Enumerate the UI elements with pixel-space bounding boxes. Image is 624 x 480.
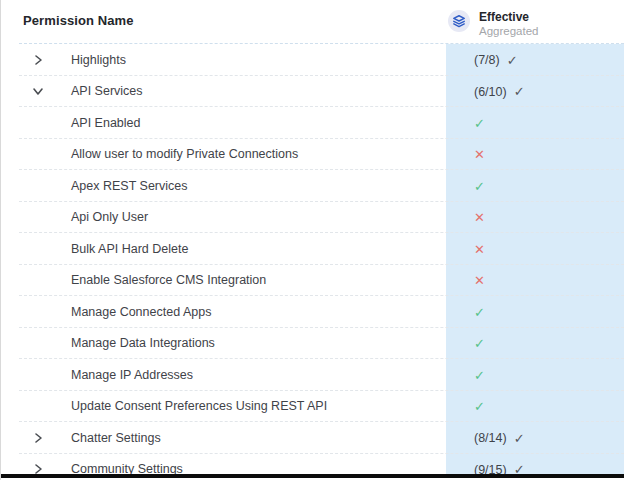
effective-column-subtitle: Aggregated	[479, 23, 538, 38]
effective-count: (7/8)	[474, 53, 500, 67]
permission-row: Bulk API Hard Delete✕	[1, 233, 624, 265]
permission-label: Apex REST Services	[71, 179, 187, 193]
effective-value: ✓	[474, 367, 485, 382]
denied-cross-icon: ✕	[474, 210, 485, 225]
granted-check-icon: ✓	[474, 178, 485, 193]
permission-label: Highlights	[71, 53, 126, 67]
permission-label: Chatter Settings	[71, 431, 161, 445]
permission-row: Allow user to modify Private Connections…	[1, 139, 624, 171]
chevron-right-icon[interactable]	[32, 432, 44, 444]
permission-row: Update Consent Preferences Using REST AP…	[1, 391, 624, 423]
effective-column-header: Effective Aggregated	[448, 8, 538, 38]
granted-check-icon: ✓	[474, 399, 485, 414]
granted-check-icon: ✓	[474, 304, 485, 319]
group-check-icon: ✓	[514, 430, 525, 445]
permission-row[interactable]: API Services(6/10)✓	[1, 76, 624, 108]
effective-value: ✕	[474, 147, 485, 162]
permission-label: Manage Connected Apps	[71, 305, 211, 319]
chevron-right-icon[interactable]	[32, 54, 44, 66]
effective-value: ✓	[474, 399, 485, 414]
granted-check-icon: ✓	[474, 336, 485, 351]
effective-value: ✓	[474, 304, 485, 319]
effective-value: ✕	[474, 241, 485, 256]
window-bottom-edge	[1, 474, 624, 478]
granted-check-icon: ✓	[474, 115, 485, 130]
permission-rows: Highlights(7/8)✓API Services(6/10)✓API E…	[1, 44, 624, 480]
effective-count: (8/14)	[474, 431, 507, 445]
permission-label: Manage IP Addresses	[71, 368, 193, 382]
group-check-icon: ✓	[507, 52, 518, 67]
permission-row[interactable]: Highlights(7/8)✓	[1, 44, 624, 76]
denied-cross-icon: ✕	[474, 273, 485, 288]
permission-name-column-header: Permission Name	[23, 13, 134, 28]
effective-value: ✕	[474, 210, 485, 225]
effective-count: (6/10)	[474, 84, 507, 98]
permission-label: Api Only User	[71, 210, 148, 224]
effective-value: ✓	[474, 336, 485, 351]
table-header: Permission Name Effective Aggregated	[1, 0, 624, 44]
effective-value: ✓	[474, 178, 485, 193]
permission-label: API Services	[71, 84, 143, 98]
permission-row[interactable]: Chatter Settings(8/14)✓	[1, 422, 624, 454]
permission-row: Enable Salesforce CMS Integration✕	[1, 265, 624, 297]
permission-label: Update Consent Preferences Using REST AP…	[71, 399, 327, 413]
permission-row: Api Only User✕	[1, 202, 624, 234]
permission-row: Manage IP Addresses✓	[1, 359, 624, 391]
layers-icon	[448, 10, 470, 32]
permission-row: API Enabled✓	[1, 107, 624, 139]
group-check-icon: ✓	[514, 84, 525, 99]
chevron-down-icon[interactable]	[32, 85, 44, 97]
permission-row: Manage Connected Apps✓	[1, 296, 624, 328]
permission-label: Allow user to modify Private Connections	[71, 147, 298, 161]
permission-label: API Enabled	[71, 116, 141, 130]
effective-value: (8/14)✓	[474, 430, 525, 445]
effective-value: (7/8)✓	[474, 52, 518, 67]
denied-cross-icon: ✕	[474, 147, 485, 162]
denied-cross-icon: ✕	[474, 241, 485, 256]
effective-column-title: Effective	[479, 8, 538, 23]
permission-label: Manage Data Integrations	[71, 336, 215, 350]
granted-check-icon: ✓	[474, 367, 485, 382]
permissions-table: Permission Name Effective Aggregated Hig…	[0, 0, 624, 480]
effective-value: (6/10)✓	[474, 84, 525, 99]
effective-value: ✓	[474, 115, 485, 130]
permission-row: Manage Data Integrations✓	[1, 328, 624, 360]
permission-label: Enable Salesforce CMS Integration	[71, 273, 266, 287]
permission-label: Bulk API Hard Delete	[71, 242, 188, 256]
permission-row: Apex REST Services✓	[1, 170, 624, 202]
effective-value: ✕	[474, 273, 485, 288]
